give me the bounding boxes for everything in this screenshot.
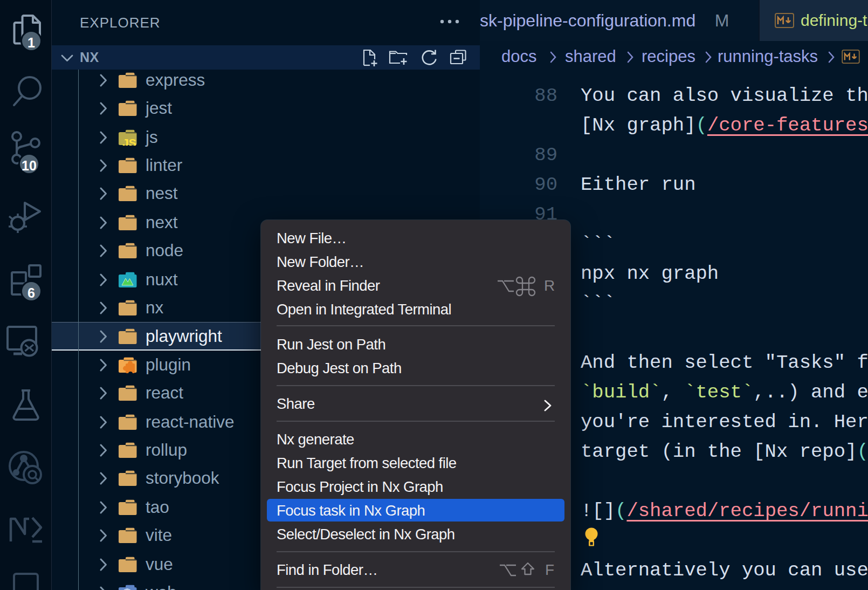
svg-text:R: R [544, 277, 555, 294]
svg-text:F: F [545, 561, 554, 578]
svg-text:JS: JS [122, 136, 136, 146]
